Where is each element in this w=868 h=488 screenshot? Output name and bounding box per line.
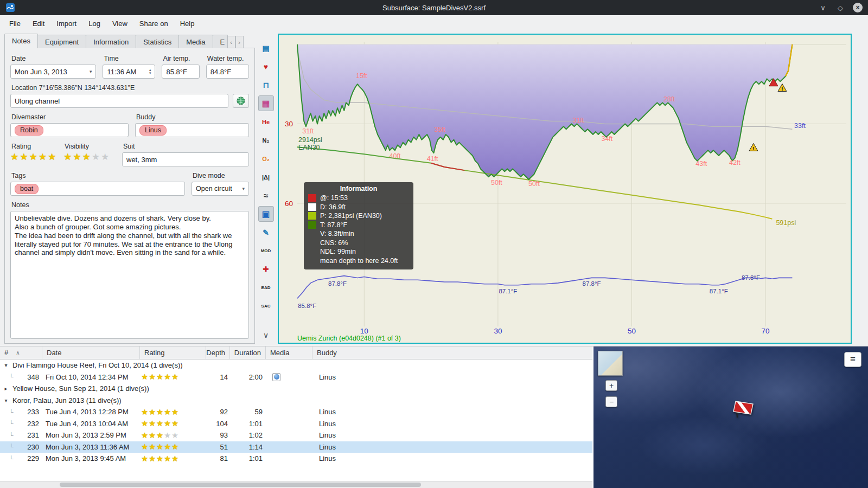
- tab-scroll-right[interactable]: ›: [235, 36, 244, 48]
- expand-icon[interactable]: ▸: [3, 386, 9, 391]
- dive-buddy: Linus: [312, 408, 592, 416]
- notes-textarea[interactable]: Unbelievable dive. Dozens and dozens of …: [10, 211, 249, 339]
- dive-row[interactable]: └232Tue Jun 4, 2013 10:04 AM★★★★★1041:01…: [0, 418, 592, 430]
- toolbar-heart-rate-button[interactable]: ♥: [258, 59, 274, 74]
- dive-mode-label: Dive mode: [193, 172, 249, 179]
- menu-help[interactable]: Help: [174, 17, 201, 30]
- tab-scroll-left[interactable]: ‹: [227, 36, 235, 48]
- toolbar-ruler-button[interactable]: ✎: [258, 224, 274, 240]
- spinner-arrows-icon[interactable]: ▴▾: [149, 68, 151, 75]
- horizontal-scrollbar[interactable]: [0, 481, 592, 488]
- tags-input[interactable]: boat: [10, 182, 185, 196]
- map-zoom-out-button[interactable]: −: [605, 396, 617, 407]
- app-icon[interactable]: [5, 3, 15, 12]
- toolbar-helium-graph-button[interactable]: He: [258, 114, 274, 130]
- column-header-depth[interactable]: Depth: [206, 346, 230, 359]
- close-button[interactable]: ×: [853, 3, 863, 12]
- star-icon: ★: [149, 373, 156, 381]
- trip-row[interactable]: ▾Koror, Palau, Jun 2013 (11 dive(s)): [0, 395, 592, 407]
- tooltip-line: mean depth to here 24.0ft: [308, 256, 409, 266]
- toolbar-ead-button[interactable]: EAD: [258, 280, 274, 296]
- svg-text:!: !: [752, 145, 754, 151]
- toolbar-sac-button[interactable]: SAC: [258, 298, 274, 314]
- menu-log[interactable]: Log: [82, 17, 106, 30]
- dive-date: Mon Jun 3, 2013 11:36 AM: [42, 443, 140, 451]
- collapse-icon[interactable]: ▾: [3, 362, 9, 368]
- tree-connector: └: [8, 374, 15, 380]
- date-input[interactable]: Mon Jun 3, 2013 ▾: [10, 65, 96, 79]
- toolbar-nitrogen-graph-button[interactable]: N₂: [258, 132, 274, 148]
- toolbar-dc-info-button[interactable]: ▤: [258, 40, 274, 56]
- location-input[interactable]: Ulong channel: [10, 94, 228, 108]
- column-header-duration[interactable]: Duration: [230, 346, 266, 359]
- dive-row[interactable]: └233Tue Jun 4, 2013 12:28 PM★★★★★9259Lin…: [0, 406, 592, 418]
- divemaster-input[interactable]: Robin: [10, 123, 129, 137]
- divemaster-tag[interactable]: Robin: [15, 125, 43, 136]
- menu-file[interactable]: File: [3, 17, 27, 30]
- toolbar-dc-ceiling-button[interactable]: ⊓: [258, 77, 274, 93]
- dive-row[interactable]: └230Mon Jun 3, 2013 11:36 AM★★★★★511:14L…: [0, 441, 592, 453]
- media-icon[interactable]: [272, 373, 280, 381]
- air-temp-input[interactable]: 85.8°F: [162, 65, 199, 79]
- column-header-date[interactable]: Date: [42, 346, 140, 359]
- maximize-button[interactable]: ◇: [835, 3, 845, 12]
- suit-input[interactable]: wet, 3mm: [122, 152, 249, 166]
- toolbar-calculated-ceiling-button[interactable]: ▦: [258, 95, 274, 111]
- water-temp-input[interactable]: 84.8°F: [206, 65, 249, 79]
- toolbar-oxygen-graph-button[interactable]: O₂: [258, 151, 274, 166]
- column-header-media[interactable]: Media: [266, 346, 312, 359]
- column-header-num[interactable]: #∧: [0, 346, 42, 359]
- collapse-icon[interactable]: ▾: [3, 397, 9, 403]
- buddy-label: Buddy: [136, 113, 249, 121]
- tab-equipment[interactable]: Equipment: [37, 35, 86, 48]
- trip-row[interactable]: ▾Divi Flamingo House Reef, Fri Oct 10, 2…: [0, 359, 592, 371]
- tree-connector: └: [8, 455, 15, 462]
- toolbar-tissues-button[interactable]: ✚: [258, 261, 274, 277]
- tooltip-line: V: 8.3ft/min: [308, 229, 409, 239]
- dive-number: 231: [15, 431, 42, 439]
- toolbar-heartrate-line-button[interactable]: ≈: [258, 188, 274, 203]
- rating-stars[interactable]: ★★★★★: [10, 152, 57, 162]
- menu-import[interactable]: Import: [50, 17, 82, 30]
- toolbar-pp-graphs-button[interactable]: |Δ|: [258, 169, 274, 185]
- tab-notes[interactable]: Notes: [4, 34, 38, 48]
- scrollbar-handle[interactable]: [60, 483, 421, 487]
- dive-row[interactable]: └231Mon Jun 3, 2013 2:59 PM★★★★★931:02Li…: [0, 429, 592, 441]
- dive-profile-chart[interactable]: 31ft15ft40ft41ft35ft50ft50ft31ft34ft28ft…: [278, 34, 852, 344]
- dive-row[interactable]: └229Mon Jun 3, 2013 9:45 AM★★★★★811:01Li…: [0, 453, 592, 465]
- dive-row[interactable]: └348Fri Oct 10, 2014 12:34 PM★★★★★142:00…: [0, 371, 592, 383]
- column-header-rating[interactable]: Rating: [140, 346, 206, 359]
- tab-information[interactable]: Information: [86, 35, 136, 48]
- star-icon: ★: [164, 419, 171, 428]
- star-icon: ★: [149, 442, 156, 451]
- toolbar-photos-button[interactable]: ▣: [258, 206, 274, 222]
- minimize-button[interactable]: ∨: [818, 3, 828, 12]
- time-input[interactable]: 11:36 AM ▴▾: [103, 65, 155, 79]
- tag-boat[interactable]: boat: [15, 184, 39, 194]
- map-zoom-in-button[interactable]: +: [605, 380, 617, 391]
- globe-button[interactable]: [233, 94, 249, 108]
- dive-mode-select[interactable]: Open circuit ▾: [192, 182, 249, 196]
- buddy-input[interactable]: Linus: [135, 123, 249, 137]
- menu-share-on[interactable]: Share on: [133, 17, 174, 30]
- map-overview-thumbnail[interactable]: [598, 351, 623, 376]
- water-temp-value: 84.8°F: [210, 68, 245, 76]
- toolbar-more-button[interactable]: ∨: [263, 331, 269, 339]
- visibility-stars[interactable]: ★★★★★: [63, 152, 116, 162]
- menu-view[interactable]: View: [106, 17, 133, 30]
- tab-media[interactable]: Media: [178, 35, 213, 48]
- svg-text:15ft: 15ft: [356, 72, 367, 80]
- tab-e[interactable]: E: [213, 35, 228, 48]
- trip-row[interactable]: ▸Yellow House, Sun Sep 21, 2014 (1 dive(…: [0, 383, 592, 395]
- map-pane[interactable]: + − ≡: [593, 346, 868, 488]
- dive-duration: 2:00: [230, 373, 266, 381]
- buddy-tag[interactable]: Linus: [139, 125, 167, 136]
- column-header-buddy[interactable]: Buddy: [312, 346, 592, 359]
- tab-statistics[interactable]: Statistics: [136, 35, 179, 48]
- dive-rating: ★★★★★: [140, 373, 206, 381]
- dive-flag-marker[interactable]: [731, 397, 756, 419]
- toolbar-mod-button[interactable]: MOD: [258, 243, 274, 259]
- menu-edit[interactable]: Edit: [27, 17, 50, 30]
- globe-icon: [237, 97, 245, 105]
- map-menu-button[interactable]: ≡: [844, 352, 861, 367]
